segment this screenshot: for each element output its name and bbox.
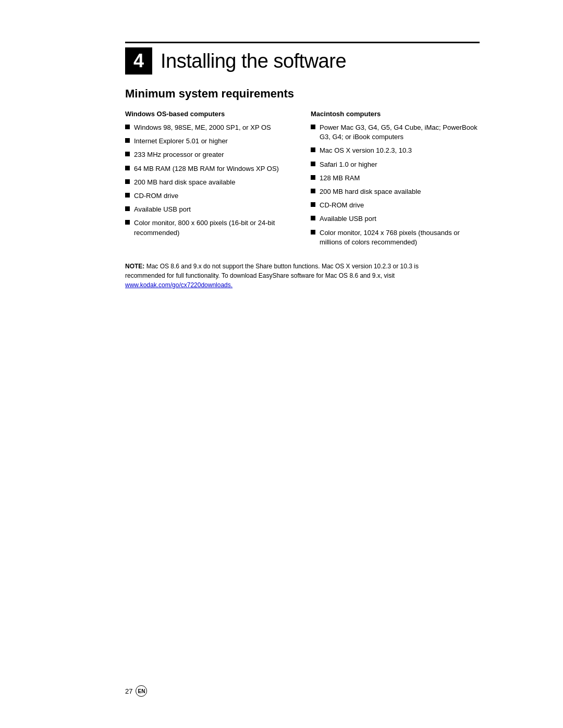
list-item-text: 64 MB RAM (128 MB RAM for Windows XP OS) — [134, 164, 279, 174]
list-item: 64 MB RAM (128 MB RAM for Windows XP OS) — [125, 164, 294, 174]
list-item-text: 233 MHz processor or greater — [134, 150, 224, 159]
list-item-text: 200 MB hard disk space available — [320, 187, 421, 196]
bullet-icon — [125, 125, 130, 129]
note-link[interactable]: www.kodak.com/go/cx7220downloads. — [125, 281, 232, 289]
bullet-icon — [311, 202, 315, 207]
list-item: CD-ROM drive — [125, 191, 294, 201]
list-item-text: 200 MB hard disk space available — [134, 178, 235, 187]
list-item: 233 MHz processor or greater — [125, 150, 294, 159]
page-footer: 27 EN — [125, 685, 147, 697]
list-item: Windows 98, 98SE, ME, 2000 SP1, or XP OS — [125, 123, 294, 132]
page-container: 4 Installing the software Minimum system… — [0, 0, 563, 728]
bullet-icon — [125, 220, 130, 225]
bullet-icon — [311, 175, 315, 180]
bullet-icon — [125, 152, 130, 156]
section-title: Minimum system requirements — [125, 87, 480, 101]
bullet-icon — [125, 138, 130, 143]
note-label: NOTE: — [125, 263, 144, 270]
list-item: Internet Explorer 5.01 or higher — [125, 137, 294, 146]
list-item-text: Power Mac G3, G4, G5, G4 Cube, iMac; Pow… — [320, 123, 480, 142]
bullet-icon — [125, 179, 130, 184]
bullet-icon — [125, 166, 130, 170]
list-item: Power Mac G3, G4, G5, G4 Cube, iMac; Pow… — [311, 123, 480, 142]
bullet-icon — [125, 206, 130, 211]
bullet-icon — [311, 189, 315, 193]
list-item-text: Available USB port — [134, 205, 191, 214]
list-item: Available USB port — [311, 214, 480, 224]
mac-column-header: Macintosh computers — [311, 110, 480, 118]
chapter-number: 4 — [125, 47, 152, 75]
bullet-icon — [311, 147, 315, 152]
list-item-text: Safari 1.0 or higher — [320, 160, 377, 169]
list-item-text: 128 MB RAM — [320, 174, 360, 183]
bullet-icon — [311, 230, 315, 235]
list-item: Mac OS X version 10.2.3, 10.3 — [311, 146, 480, 155]
list-item: Safari 1.0 or higher — [311, 160, 480, 169]
list-item: CD-ROM drive — [311, 201, 480, 210]
chapter-title: Installing the software — [161, 50, 346, 72]
windows-column: Windows OS-based computers Windows 98, 9… — [125, 110, 294, 251]
columns-container: Windows OS-based computers Windows 98, 9… — [125, 110, 480, 251]
list-item: Color monitor, 1024 x 768 pixels (thousa… — [311, 228, 480, 247]
page-number: 27 — [125, 687, 132, 695]
list-item-text: Mac OS X version 10.2.3, 10.3 — [320, 146, 412, 155]
bullet-icon — [125, 193, 130, 198]
list-item: Available USB port — [125, 205, 294, 214]
chapter-header: 4 Installing the software — [125, 42, 480, 75]
list-item: 128 MB RAM — [311, 174, 480, 183]
list-item-text: CD-ROM drive — [134, 191, 178, 201]
list-item-text: Windows 98, 98SE, ME, 2000 SP1, or XP OS — [134, 123, 271, 132]
bullet-icon — [311, 216, 315, 220]
windows-list: Windows 98, 98SE, ME, 2000 SP1, or XP OS… — [125, 123, 294, 238]
mac-list: Power Mac G3, G4, G5, G4 Cube, iMac; Pow… — [311, 123, 480, 247]
bullet-icon — [311, 162, 315, 166]
note-text: Mac OS 8.6 and 9.x do not support the Sh… — [125, 263, 419, 279]
list-item-text: Available USB port — [320, 214, 376, 224]
list-item: 200 MB hard disk space available — [125, 178, 294, 187]
mac-column: Macintosh computers Power Mac G3, G4, G5… — [311, 110, 480, 251]
list-item-text: Internet Explorer 5.01 or higher — [134, 137, 228, 146]
list-item-text: CD-ROM drive — [320, 201, 364, 210]
list-item-text: Color monitor, 1024 x 768 pixels (thousa… — [320, 228, 480, 247]
bullet-icon — [311, 125, 315, 129]
list-item-text: Color monitor, 800 x 600 pixels (16-bit … — [134, 218, 294, 237]
list-item: Color monitor, 800 x 600 pixels (16-bit … — [125, 218, 294, 237]
note-section: NOTE: Mac OS 8.6 and 9.x do not support … — [125, 262, 427, 290]
windows-column-header: Windows OS-based computers — [125, 110, 294, 118]
list-item: 200 MB hard disk space available — [311, 187, 480, 196]
language-badge: EN — [136, 685, 147, 697]
